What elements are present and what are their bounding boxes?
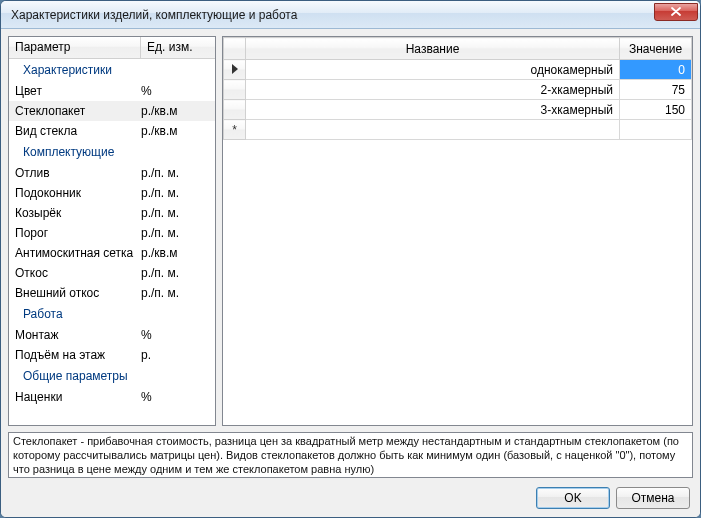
- parameter-row[interactable]: Антимоскитная сеткар./кв.м: [9, 243, 215, 263]
- table-row[interactable]: 2-хкамерный75: [224, 80, 692, 100]
- parameter-name: Стеклопакет: [15, 104, 141, 118]
- row-header: [224, 60, 246, 80]
- window-title: Характеристики изделий, комплектующие и …: [11, 8, 654, 22]
- cell-value[interactable]: 75: [620, 80, 692, 100]
- data-grid: Название Значение однокамерный02-хкамерн…: [223, 37, 692, 140]
- cell-name[interactable]: однокамерный: [246, 60, 620, 80]
- parameter-unit: р./п. м.: [141, 266, 209, 280]
- parameter-row[interactable]: Козырёкр./п. м.: [9, 203, 215, 223]
- group-header: Комплектующие: [9, 141, 215, 163]
- parameter-name: Отлив: [15, 166, 141, 180]
- parameter-row[interactable]: Откоср./п. м.: [9, 263, 215, 283]
- cell-name[interactable]: 2-хкамерный: [246, 80, 620, 100]
- parameter-unit: %: [141, 84, 209, 98]
- col-header-name[interactable]: Название: [246, 38, 620, 60]
- parameter-unit: %: [141, 390, 209, 404]
- parameter-unit: р./п. м.: [141, 166, 209, 180]
- parameter-row[interactable]: Цвет%: [9, 81, 215, 101]
- parameter-row[interactable]: Порогр./п. м.: [9, 223, 215, 243]
- cell-name[interactable]: 3-хкамерный: [246, 100, 620, 120]
- main-row: Параметр Ед. изм. ХарактеристикиЦвет%Сте…: [8, 36, 693, 426]
- cancel-button[interactable]: Отмена: [616, 487, 690, 509]
- parameter-name: Наценки: [15, 390, 141, 404]
- col-header-unit[interactable]: Ед. изм.: [141, 37, 215, 58]
- parameter-row[interactable]: Отливр./п. м.: [9, 163, 215, 183]
- parameter-row[interactable]: Наценки%: [9, 387, 215, 407]
- parameter-name: Антимоскитная сетка: [15, 246, 141, 260]
- group-header: Работа: [9, 303, 215, 325]
- col-header-param[interactable]: Параметр: [9, 37, 141, 58]
- parameter-unit: р./кв.м: [141, 104, 209, 118]
- parameter-unit: р./п. м.: [141, 206, 209, 220]
- cell-value[interactable]: 0: [620, 60, 692, 80]
- parameter-name: Вид стекла: [15, 124, 141, 138]
- client-area: Параметр Ед. изм. ХарактеристикиЦвет%Сте…: [1, 29, 700, 517]
- parameter-list[interactable]: Параметр Ед. изм. ХарактеристикиЦвет%Сте…: [8, 36, 216, 426]
- parameter-row[interactable]: Стеклопакетр./кв.м: [9, 101, 215, 121]
- dialog-window: Характеристики изделий, комплектующие и …: [0, 0, 701, 518]
- row-header: *: [224, 120, 246, 140]
- parameter-name: Подъём на этаж: [15, 348, 141, 362]
- parameter-unit: %: [141, 328, 209, 342]
- parameter-name: Монтаж: [15, 328, 141, 342]
- dialog-buttons: OK Отмена: [536, 487, 690, 509]
- grid-corner: [224, 38, 246, 60]
- parameter-row[interactable]: Внешний откоср./п. м.: [9, 283, 215, 303]
- close-icon: [671, 7, 681, 16]
- parameter-name: Цвет: [15, 84, 141, 98]
- description-panel: Стеклопакет - прибавочная стоимость, раз…: [8, 432, 693, 478]
- cell-value[interactable]: [620, 120, 692, 140]
- col-header-value[interactable]: Значение: [620, 38, 692, 60]
- parameter-name: Внешний откос: [15, 286, 141, 300]
- parameter-name: Козырёк: [15, 206, 141, 220]
- new-row-icon: *: [232, 123, 237, 137]
- group-header: Общие параметры: [9, 365, 215, 387]
- parameter-list-body: ХарактеристикиЦвет%Стеклопакетр./кв.мВид…: [9, 59, 215, 425]
- parameter-unit: р.: [141, 348, 209, 362]
- titlebar[interactable]: Характеристики изделий, комплектующие и …: [1, 1, 700, 29]
- parameter-row[interactable]: Подъём на этажр.: [9, 345, 215, 365]
- parameter-unit: р./п. м.: [141, 286, 209, 300]
- parameter-name: Откос: [15, 266, 141, 280]
- parameter-row[interactable]: Монтаж%: [9, 325, 215, 345]
- cell-value[interactable]: 150: [620, 100, 692, 120]
- cell-name[interactable]: [246, 120, 620, 140]
- value-grid[interactable]: Название Значение однокамерный02-хкамерн…: [222, 36, 693, 426]
- parameter-unit: р./кв.м: [141, 124, 209, 138]
- parameter-row[interactable]: Вид стеклар./кв.м: [9, 121, 215, 141]
- current-row-icon: [232, 64, 238, 74]
- parameter-unit: р./п. м.: [141, 226, 209, 240]
- parameter-name: Подоконник: [15, 186, 141, 200]
- ok-button[interactable]: OK: [536, 487, 610, 509]
- parameter-unit: р./п. м.: [141, 186, 209, 200]
- parameter-list-header: Параметр Ед. изм.: [9, 37, 215, 59]
- parameter-row[interactable]: Подоконникр./п. м.: [9, 183, 215, 203]
- close-button[interactable]: [654, 3, 698, 21]
- parameter-unit: р./кв.м: [141, 246, 209, 260]
- new-row[interactable]: *: [224, 120, 692, 140]
- table-row[interactable]: 3-хкамерный150: [224, 100, 692, 120]
- table-row[interactable]: однокамерный0: [224, 60, 692, 80]
- row-header: [224, 80, 246, 100]
- group-header: Характеристики: [9, 59, 215, 81]
- parameter-name: Порог: [15, 226, 141, 240]
- row-header: [224, 100, 246, 120]
